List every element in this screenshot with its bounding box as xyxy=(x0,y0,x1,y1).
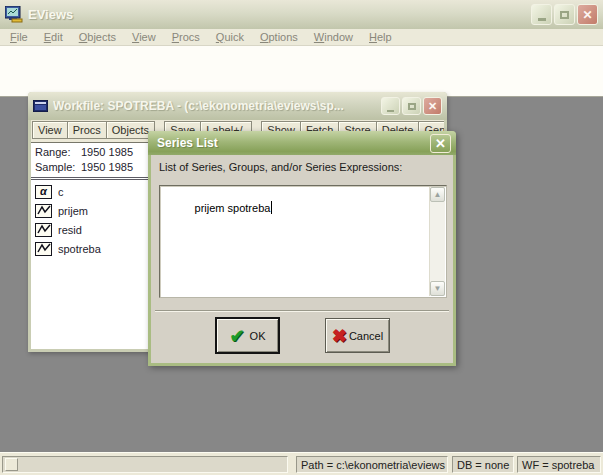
series-icon xyxy=(35,223,52,237)
x-icon: ✖ xyxy=(332,325,347,347)
eviews-application: EViews ✕ File Edit Objects View Procs Qu… xyxy=(0,0,603,475)
workfile-minimize-button[interactable] xyxy=(381,97,400,115)
app-icon xyxy=(5,6,23,23)
workfile-close-button[interactable]: ✕ xyxy=(423,97,442,115)
series-icon xyxy=(35,242,52,256)
wf-button-view[interactable]: View xyxy=(32,121,68,139)
dialog-title: Series List xyxy=(157,136,430,150)
cancel-button-label: Cancel xyxy=(349,330,383,342)
series-icon xyxy=(35,204,52,218)
menu-file[interactable]: File xyxy=(2,30,36,44)
status-wf-panel: WF = spotreba xyxy=(517,456,601,473)
series-list-dialog: Series List ✕ List of Series, Groups, an… xyxy=(148,131,456,366)
button-divider xyxy=(155,310,449,312)
cancel-button[interactable]: ✖ Cancel xyxy=(325,318,390,353)
workfile-maximize-button[interactable] xyxy=(402,97,421,115)
alpha-coefficient-icon: α xyxy=(35,185,52,199)
sample-value: 1950 1985 xyxy=(81,161,133,173)
workfile-title: Workfile: SPOTREBA - (c:\ekonometria\evi… xyxy=(53,99,381,113)
scroll-down-icon[interactable]: ▼ xyxy=(430,281,445,296)
menu-window[interactable]: Window xyxy=(306,30,361,44)
menu-options[interactable]: Options xyxy=(252,30,306,44)
menu-bar: File Edit Objects View Procs Quick Optio… xyxy=(0,29,603,46)
status-grip xyxy=(5,458,18,471)
ok-button-label: OK xyxy=(250,330,266,342)
dialog-instruction-label: List of Series, Groups, and/or Series Ex… xyxy=(159,161,402,173)
menu-objects[interactable]: Objects xyxy=(71,30,124,44)
command-area[interactable] xyxy=(0,46,603,97)
status-db-panel: DB = none xyxy=(452,456,514,473)
dialog-close-button[interactable]: ✕ xyxy=(430,134,451,153)
ok-button[interactable]: ✔ OK xyxy=(215,317,280,354)
minimize-button[interactable] xyxy=(531,4,552,25)
sample-label: Sample: xyxy=(35,161,81,173)
check-icon: ✔ xyxy=(230,325,245,347)
menu-edit[interactable]: Edit xyxy=(36,30,71,44)
workfile-titlebar[interactable]: Workfile: SPOTREBA - (c:\ekonometria\evi… xyxy=(28,92,447,120)
menu-view[interactable]: View xyxy=(124,30,164,44)
object-label: resid xyxy=(58,224,82,236)
status-bar: Path = c:\ekonometria\eviews DB = none W… xyxy=(0,452,603,475)
wf-button-procs[interactable]: Procs xyxy=(67,121,107,139)
main-titlebar: EViews ✕ xyxy=(0,0,603,29)
textarea-scrollbar[interactable]: ▲ ▼ xyxy=(429,187,445,296)
range-value: 1950 1985 xyxy=(81,146,133,158)
dialog-titlebar[interactable]: Series List ✕ xyxy=(148,131,456,155)
menu-procs[interactable]: Procs xyxy=(164,30,208,44)
window-title: EViews xyxy=(28,7,73,22)
object-label: spotreba xyxy=(58,243,101,255)
object-label: c xyxy=(58,186,64,198)
range-label: Range: xyxy=(35,146,81,158)
menu-quick[interactable]: Quick xyxy=(208,30,252,44)
object-label: prijem xyxy=(58,205,88,217)
workfile-icon xyxy=(33,100,48,112)
maximize-button[interactable] xyxy=(554,4,575,25)
close-button[interactable]: ✕ xyxy=(577,4,598,25)
series-list-input[interactable]: prijem spotreba ▲ ▼ xyxy=(159,185,447,298)
text-caret xyxy=(271,201,272,214)
status-path-panel: Path = c:\ekonometria\eviews xyxy=(296,456,448,473)
menu-help[interactable]: Help xyxy=(361,30,400,44)
series-list-input-value: prijem spotreba xyxy=(195,202,271,214)
dialog-body: List of Series, Groups, and/or Series Ex… xyxy=(151,155,453,363)
status-message-panel xyxy=(2,456,288,473)
scroll-up-icon[interactable]: ▲ xyxy=(430,187,445,202)
